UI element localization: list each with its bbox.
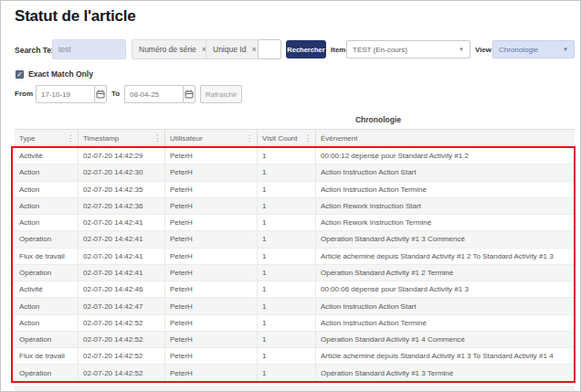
cell-visit-count: 1 [258,148,316,164]
cell-user: PeterH [165,265,258,281]
cell-event: Action Instruction Action Terminé [316,315,575,331]
cell-user: PeterH [165,332,258,347]
from-date-input[interactable] [36,85,94,103]
cell-user: PeterH [165,249,258,264]
cell-type: Flux de travail [15,348,79,364]
cell-type: Action [15,215,79,230]
chevron-down-icon: ▼ [563,47,568,52]
table-row[interactable]: Action 02-07-20 14:42:35 PeterH 1 Action… [15,182,575,198]
search-button[interactable]: Rechercher [286,40,326,58]
table-row[interactable]: Opération 02-07-20 14:42:52 PeterH 1 Opé… [15,365,575,381]
chip-label: Numéro de série [139,45,196,54]
filter-add-input[interactable] [258,39,281,59]
exact-match-checkbox[interactable]: ✓ [16,70,24,79]
column-header-type[interactable]: Type ⋮ [15,130,79,147]
cell-visit-count: 1 [258,298,316,313]
cell-user: PeterH [165,198,258,214]
cell-type: Opération [15,265,79,281]
cell-user: PeterH [165,348,258,364]
filter-chip-serial-number[interactable]: Numéro de série × [132,39,214,59]
cell-timestamp: 02-07-20 14:42:35 [79,182,165,197]
table-row[interactable]: Opération 02-07-20 14:42:41 PeterH 1 Opé… [15,265,575,281]
cell-type: Action [15,182,79,197]
cell-event: Article acheminé depuis Standard Activit… [316,249,575,264]
cell-type: Activité [15,148,79,164]
cell-user: PeterH [165,298,258,313]
cell-type: Activité [15,281,79,297]
chip-label: Unique Id [213,45,246,54]
grid-footer-strip [15,386,575,392]
cell-visit-count: 1 [258,164,316,180]
refresh-button[interactable]: Rafraîchir [200,85,242,103]
cell-user: PeterH [165,215,258,230]
cell-type: Opération [15,332,79,347]
to-date-input[interactable] [124,85,183,103]
cell-event: Opération Standard Activity #1 3 Terminé [316,365,575,380]
search-input[interactable] [52,39,126,59]
to-calendar-button[interactable] [183,85,195,103]
cell-timestamp: 02-07-20 14:42:52 [79,315,165,331]
items-dropdown-value: TEST (En-cours) [353,46,407,54]
cell-timestamp: 02-07-20 14:42:52 [79,348,165,364]
article-status-window: Statut de l'article Search Text Numéro d… [0,0,581,392]
cell-user: PeterH [165,164,258,180]
from-date-group [36,85,107,103]
column-header-user[interactable]: Utilisateur ⋮ [165,130,258,147]
cell-event: 00:00:12 dépensé pour Standard Activity … [316,148,575,164]
column-menu-icon[interactable]: ⋮ [304,135,312,143]
cell-user: PeterH [165,231,258,247]
column-menu-icon[interactable]: ⋮ [153,135,161,143]
cell-event: Article acheminé depuis Standard Activit… [316,348,575,364]
from-calendar-button[interactable] [94,85,107,103]
cell-type: Action [15,315,79,331]
view-dropdown[interactable]: Chronologie ▼ [492,40,575,58]
filter-chip-unique-id[interactable]: Unique Id × [206,39,264,59]
cell-timestamp: 02-07-20 14:42:29 [79,148,165,164]
to-label: To [111,90,120,98]
column-menu-icon[interactable]: ⋮ [67,135,74,143]
cell-event: Opération Standard Activity #1 4 Commenc… [316,332,575,347]
calendar-icon [96,90,105,99]
table-row[interactable]: Action 02-07-20 14:42:36 PeterH 1 Action… [15,198,575,215]
table-row[interactable]: Flux de travail 02-07-20 14:42:41 PeterH… [15,249,575,265]
table-row[interactable]: Activité 02-07-20 14:42:29 PeterH 1 00:0… [15,148,575,164]
chip-close-icon[interactable]: × [251,46,256,54]
column-menu-icon[interactable]: ⋮ [246,135,253,143]
cell-visit-count: 1 [258,215,316,230]
table-row[interactable]: Action 02-07-20 14:42:47 PeterH 1 Action… [15,298,575,314]
exact-match-label: Exact Match Only [28,69,93,79]
cell-timestamp: 02-07-20 14:42:30 [79,164,165,180]
table-row[interactable]: Action 02-07-20 14:42:41 PeterH 1 Action… [15,215,575,231]
table-row[interactable]: Activité 02-07-20 14:42:46 PeterH 1 00:0… [15,281,575,298]
cell-timestamp: 02-07-20 14:42:46 [79,281,165,297]
page-title: Statut de l'article [15,7,136,26]
table-row[interactable]: Opération 02-07-20 14:42:52 PeterH 1 Opé… [15,332,575,348]
cell-visit-count: 1 [258,281,316,297]
table-row[interactable]: Opération 02-07-20 14:42:41 PeterH 1 Opé… [15,231,575,248]
items-dropdown[interactable]: TEST (En-cours) ▼ [346,40,470,58]
cell-user: PeterH [165,182,258,197]
cell-visit-count: 1 [258,265,316,281]
cell-timestamp: 02-07-20 14:42:52 [79,332,165,347]
cell-visit-count: 1 [258,249,316,264]
column-header-event[interactable]: Événement [316,130,575,147]
table-row[interactable]: Action 02-07-20 14:42:30 PeterH 1 Action… [15,164,575,181]
chevron-down-icon: ▼ [459,47,464,52]
table-row[interactable]: Action 02-07-20 14:42:52 PeterH 1 Action… [15,315,575,332]
cell-visit-count: 1 [258,231,316,247]
cell-type: Flux de travail [15,249,79,264]
cell-user: PeterH [165,315,258,331]
view-dropdown-value: Chronologie [499,46,538,54]
cell-visit-count: 1 [258,365,316,380]
from-label: From [15,90,33,98]
calendar-icon [185,90,194,99]
column-header-visit-count[interactable]: Visit Count ⋮ [258,130,316,147]
table-row[interactable]: Flux de travail 02-07-20 14:42:52 PeterH… [15,348,575,365]
cell-event: Action Instruction Action Terminé [316,182,575,197]
cell-type: Opération [15,365,79,380]
cell-visit-count: 1 [258,348,316,364]
cell-event: Action Rework Instruction Terminé [316,215,575,230]
to-date-group [124,85,195,103]
cell-type: Action [15,298,79,313]
column-header-timestamp[interactable]: Timestamp ⋮ [79,130,165,147]
